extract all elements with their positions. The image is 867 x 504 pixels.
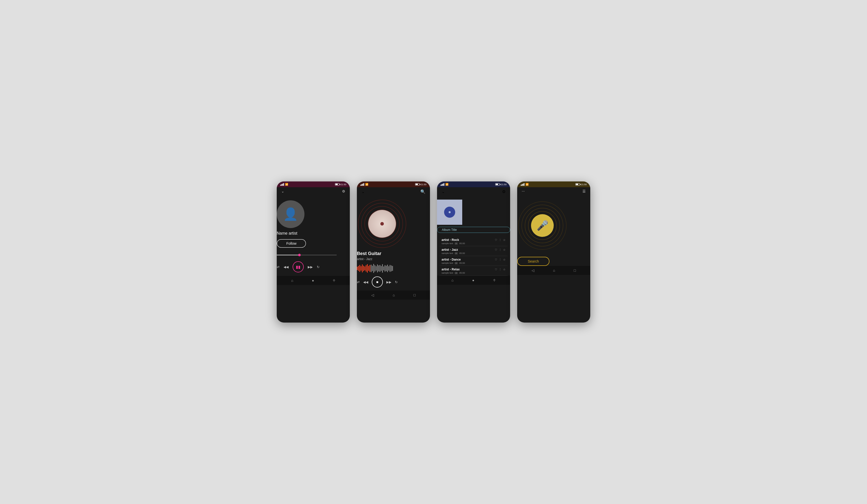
track-item-0: artist - Rock ♡ ⋮ ☆ sample text + 05:00 <box>440 236 507 246</box>
prev-icon-1[interactable]: ◀◀ <box>283 265 289 269</box>
stop-button-2[interactable]: ■ <box>372 277 383 288</box>
music-nav-icon-3[interactable]: ♱ <box>493 278 496 282</box>
track-tag-0: + <box>455 243 458 245</box>
track-top-1: artist - Jazz ♡ ⋮ ☆ <box>441 248 506 251</box>
track-time-0: 05:00 <box>459 242 465 245</box>
home-nav-icon-2[interactable]: ⌂ <box>393 293 395 297</box>
repeat-icon-2[interactable]: ↻ <box>395 280 398 284</box>
square-nav-icon-2[interactable]: □ <box>414 293 416 297</box>
track-time-1: 05:00 <box>459 252 465 255</box>
star-icon-2[interactable]: ☆ <box>503 258 506 261</box>
time-display-1: 21:50 <box>341 183 346 186</box>
track-sample-3: sample text <box>441 272 453 274</box>
phone-vinyl-player: 📶 21:50 ⌄ 🔍 <box>357 181 430 323</box>
home-nav-icon-4[interactable]: ⌂ <box>553 268 555 272</box>
song-artist-2: artist - Jazz <box>357 257 430 261</box>
status-left-4: 📶 <box>521 183 528 186</box>
gear-icon-3[interactable]: ⚙ <box>502 189 506 194</box>
battery-icon-1 <box>335 183 340 185</box>
next-icon-2[interactable]: ▶▶ <box>386 280 392 284</box>
track-item-1: artist - Jazz ♡ ⋮ ☆ sample text + 05:00 <box>440 246 507 256</box>
square-nav-icon-4[interactable]: □ <box>574 268 576 272</box>
more-icon-0[interactable]: ⋮ <box>499 238 502 242</box>
wifi-icon-1: 📶 <box>285 183 288 186</box>
dots-menu-icon-4[interactable]: ⋯ <box>522 190 525 193</box>
more-icon-3[interactable]: ⋮ <box>499 268 502 271</box>
track-bottom-1: sample text + 05:00 <box>441 252 506 255</box>
avatar-1: 👤 <box>277 200 304 228</box>
chevron-down-icon-3[interactable]: ⌄ <box>441 189 445 194</box>
heart-icon-3[interactable]: ♡ <box>495 268 497 271</box>
back-nav-icon-2[interactable]: ◁ <box>371 293 374 297</box>
track-sample-2: sample text <box>441 262 453 264</box>
top-bar-3: ⌄ ⚙ <box>437 187 510 196</box>
track-time-3: 05:00 <box>459 272 465 274</box>
track-top-2: artist - Dance ♡ ⋮ ☆ <box>441 258 506 261</box>
next-icon-1[interactable]: ▶▶ <box>308 265 313 269</box>
status-left-2: 📶 <box>361 183 368 186</box>
back-nav-icon-4[interactable]: ◁ <box>532 268 534 272</box>
chevron-down-icon-2[interactable]: ⌄ <box>361 189 365 194</box>
star-icon-1[interactable]: ☆ <box>503 248 506 251</box>
battery-icon-2 <box>415 183 420 185</box>
microphone-icon: 🎤 <box>537 220 548 231</box>
heart-icon-2[interactable]: ♡ <box>495 258 497 261</box>
status-bar-4: 📶 21:50 <box>517 181 590 187</box>
search-button[interactable]: Search <box>517 257 549 266</box>
battery-icon-4 <box>575 183 580 185</box>
music-nav-icon-1[interactable]: ♱ <box>333 278 335 282</box>
search-nav-icon-3[interactable]: ● <box>472 278 474 282</box>
pause-button-1[interactable]: ▮▮ <box>292 261 304 272</box>
status-bar-2: 📶 21:50 <box>357 181 430 187</box>
track-item-2: artist - Dance ♡ ⋮ ☆ sample text + 05:00 <box>440 256 507 266</box>
status-bar-3: 📶 21:50 <box>437 181 510 187</box>
phone-voice-search: 📶 21:50 ⋯ ☰ <box>517 181 590 323</box>
phone-album-list: 📶 21:50 ⌄ ⚙ Album Title <box>437 181 510 323</box>
artist-name-1: Name artist <box>277 231 350 236</box>
more-icon-2[interactable]: ⋮ <box>499 258 502 261</box>
home-nav-icon-3[interactable]: ⌂ <box>451 278 453 282</box>
progress-bar-1 <box>277 255 337 255</box>
status-right-2: 21:50 <box>415 183 426 186</box>
status-left-1: 📶 <box>280 183 288 186</box>
track-name-2: artist - Dance <box>441 258 461 261</box>
chevron-down-icon-1[interactable]: ⌄ <box>281 189 284 193</box>
waveform-2 <box>357 264 417 273</box>
repeat-icon-1[interactable]: ↻ <box>317 265 320 269</box>
gear-icon-1[interactable]: ⚙ <box>342 189 345 193</box>
signal-bars-3 <box>441 183 445 186</box>
signal-bars-4 <box>521 183 524 186</box>
shuffle-icon-1[interactable]: ⇄ <box>277 265 279 269</box>
track-tag-1: + <box>455 252 458 255</box>
status-left-3: 📶 <box>441 183 448 186</box>
search-nav-icon-1[interactable]: ● <box>312 278 314 282</box>
bottom-nav-1: ⌂ ● ♱ <box>277 276 350 285</box>
signal-bars-1 <box>280 183 284 186</box>
track-tag-2: + <box>455 262 458 264</box>
progress-track-1[interactable] <box>277 255 337 255</box>
shuffle-icon-2[interactable]: ⇄ <box>357 280 360 284</box>
follow-button[interactable]: Follow <box>277 239 306 248</box>
track-time-2: 05:00 <box>459 262 465 264</box>
track-icons-3: ♡ ⋮ ☆ <box>495 268 506 271</box>
mic-circle[interactable]: 🎤 <box>531 214 554 237</box>
search-icon-2[interactable]: 🔍 <box>420 189 426 194</box>
phone3-screen: 📶 21:50 ⌄ ⚙ Album Title <box>437 181 510 276</box>
top-bar-4: ⋯ ☰ <box>517 187 590 195</box>
heart-icon-1[interactable]: ♡ <box>495 248 497 251</box>
hamburger-icon-4[interactable]: ☰ <box>582 189 586 193</box>
person-icon-1: 👤 <box>283 208 298 220</box>
more-icon-1[interactable]: ⋮ <box>499 248 502 251</box>
status-bar-1: 📶 21:50 <box>277 181 350 187</box>
stop-icon-2: ■ <box>376 280 378 284</box>
track-top-3: artist - Relax ♡ ⋮ ☆ <box>441 268 506 271</box>
star-icon-0[interactable]: ☆ <box>503 238 506 242</box>
battery-icon-3 <box>495 183 500 185</box>
track-name-3: artist - Relax <box>441 268 460 271</box>
track-bottom-0: sample text + 05:00 <box>441 242 506 245</box>
home-nav-icon-1[interactable]: ⌂ <box>291 278 293 282</box>
heart-icon-0[interactable]: ♡ <box>495 238 497 242</box>
prev-icon-2[interactable]: ◀◀ <box>363 280 368 284</box>
star-icon-3[interactable]: ☆ <box>503 268 506 271</box>
song-title-2: Best Guitar <box>357 251 430 256</box>
